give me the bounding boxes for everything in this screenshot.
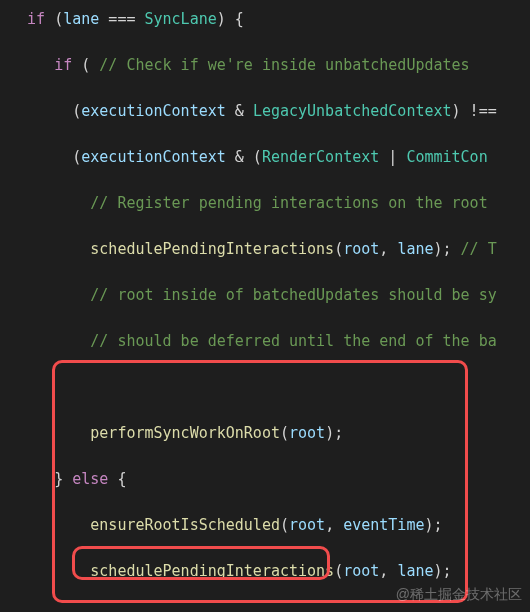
blank-line (0, 606, 530, 612)
keyword-else: else (72, 470, 108, 488)
code-line: (executionContext & (RenderContext | Com… (0, 146, 530, 169)
code-line: if (lane === SyncLane) { (0, 8, 530, 31)
keyword-if: if (27, 10, 45, 28)
code-line: // Register pending interactions on the … (0, 192, 530, 215)
fn-schedulePendingInteractions: schedulePendingInteractions (90, 562, 334, 580)
code-line: schedulePendingInteractions(root, lane);… (0, 238, 530, 261)
code-line: // should be deferred until the end of t… (0, 330, 530, 353)
comment: // Check if we're inside unbatchedUpdate… (99, 56, 469, 74)
code-block: if (lane === SyncLane) { if ( // Check i… (0, 0, 530, 612)
blank-line (0, 376, 530, 399)
code-line: ensureRootIsScheduled(root, eventTime); (0, 514, 530, 537)
comment: // Register pending interactions on the … (90, 194, 496, 212)
fn-performSyncWorkOnRoot: performSyncWorkOnRoot (90, 424, 280, 442)
keyword-if: if (54, 56, 72, 74)
code-line: if ( // Check if we're inside unbatchedU… (0, 54, 530, 77)
fn-schedulePendingInteractions: schedulePendingInteractions (90, 240, 334, 258)
code-line: performSyncWorkOnRoot(root); (0, 422, 530, 445)
fn-ensureRootIsScheduled: ensureRootIsScheduled (90, 516, 280, 534)
code-line: // root inside of batchedUpdates should … (0, 284, 530, 307)
code-line: (executionContext & LegacyUnbatchedConte… (0, 100, 530, 123)
code-line: } else { (0, 468, 530, 491)
comment: // root inside of batchedUpdates should … (90, 286, 496, 304)
code-line: schedulePendingInteractions(root, lane); (0, 560, 530, 583)
comment: // should be deferred until the end of t… (90, 332, 496, 350)
